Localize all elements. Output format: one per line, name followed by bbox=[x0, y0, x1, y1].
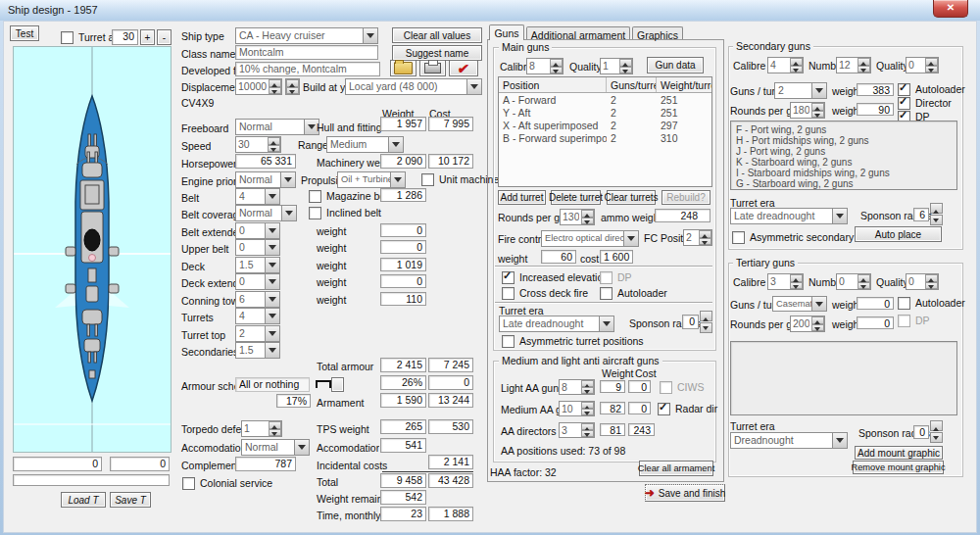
spinner-arrows-icon[interactable] bbox=[790, 58, 803, 73]
turret-row[interactable]: Y - Aft2251 bbox=[499, 106, 711, 119]
arc-angle-input[interactable]: 30 bbox=[112, 29, 138, 45]
displacement-spinner[interactable]: 10000 bbox=[235, 78, 282, 95]
tg-rounds-spinner[interactable]: 200 bbox=[790, 316, 825, 332]
sg-quality-spinner[interactable]: 0 bbox=[906, 57, 939, 73]
sg-sponson-spinner[interactable] bbox=[930, 203, 943, 226]
clear-turrets-button[interactable]: Clear turrets bbox=[607, 190, 656, 205]
spinner-arrows-icon[interactable] bbox=[858, 58, 870, 73]
magazine-box-checkbox[interactable]: Magazine box bbox=[309, 190, 390, 203]
mount-item[interactable]: K - Starboard wing, 2 guns bbox=[736, 157, 952, 168]
cross-deck-fire-checkbox[interactable]: Cross deck fire bbox=[502, 287, 588, 300]
mg-calibre-spinner[interactable]: 8 bbox=[526, 58, 564, 74]
belt-extended-select[interactable]: 0 bbox=[235, 222, 280, 239]
fire-control-select[interactable]: Electro optical director bbox=[541, 230, 639, 247]
mount-item[interactable]: I - Starboard midships wing, 2 guns bbox=[736, 168, 952, 178]
spinner-arrows-icon[interactable] bbox=[550, 59, 563, 73]
spinner-arrows-icon[interactable] bbox=[699, 230, 711, 245]
secondary-mounts-list[interactable]: F - Port wing, 2 guns H - Port midships … bbox=[730, 121, 957, 190]
ship-top-view[interactable] bbox=[13, 46, 172, 453]
inclined-belt-checkbox[interactable]: Inclined belt bbox=[309, 207, 381, 219]
chevron-down-icon[interactable] bbox=[265, 274, 279, 289]
chevron-down-icon[interactable] bbox=[466, 79, 481, 94]
spinner-arrows-icon[interactable] bbox=[790, 274, 803, 289]
spinner-arrows-icon[interactable] bbox=[581, 423, 594, 437]
chevron-down-icon[interactable] bbox=[265, 292, 279, 307]
mount-item[interactable]: F - Port wing, 2 guns bbox=[736, 124, 952, 135]
tg-turret-era-select[interactable]: Dreadnought bbox=[730, 432, 848, 449]
tertiary-mounts-list[interactable] bbox=[730, 341, 957, 415]
turret-row[interactable]: A - Forward2251 bbox=[499, 93, 711, 106]
spinner-arrows-icon[interactable] bbox=[581, 402, 594, 415]
open-button[interactable] bbox=[390, 60, 416, 76]
propulsion-select[interactable]: Oil + Turbine bbox=[337, 171, 406, 188]
spinner-arrows-icon[interactable] bbox=[269, 79, 281, 94]
chevron-down-icon[interactable] bbox=[832, 433, 847, 448]
tg-sponson-spinner[interactable] bbox=[930, 420, 943, 444]
tab-additional-armament[interactable]: Additional armament bbox=[526, 26, 630, 39]
chevron-down-icon[interactable] bbox=[281, 206, 296, 220]
deck-select[interactable]: 1.5 bbox=[235, 257, 280, 273]
light-aa-spinner[interactable]: 8 bbox=[559, 379, 595, 395]
auto-place-button[interactable]: Auto place bbox=[855, 226, 942, 242]
gun-data-button[interactable]: Gun data bbox=[647, 57, 704, 73]
increased-elevation-checkbox[interactable]: ✓Increased elevation bbox=[502, 271, 609, 284]
titlebar[interactable]: Ship design - 1957 ✕ bbox=[0, 0, 980, 21]
radar-dir-checkbox[interactable]: ✓Radar dir bbox=[658, 403, 717, 415]
clear-all-values-button[interactable]: Clear all values bbox=[392, 27, 482, 43]
chevron-down-icon[interactable] bbox=[623, 231, 638, 246]
chevron-down-icon[interactable] bbox=[265, 223, 279, 238]
mount-item[interactable]: J - Port wing, 2 guns bbox=[736, 146, 952, 157]
belt-select[interactable]: 4 bbox=[235, 188, 280, 205]
sg-autoloader-checkbox[interactable]: ✓Autoloader bbox=[898, 83, 965, 96]
tg-number-spinner[interactable]: 0 bbox=[836, 273, 871, 290]
suggest-name-button[interactable]: Suggest name bbox=[392, 45, 482, 61]
chevron-down-icon[interactable] bbox=[832, 209, 847, 223]
spinner-arrows-icon[interactable] bbox=[925, 58, 938, 73]
chevron-down-icon[interactable] bbox=[390, 172, 405, 187]
mg-turret-era-select[interactable]: Late dreadnought bbox=[499, 316, 614, 332]
turret-row[interactable]: X - Aft superimposed2297 bbox=[499, 119, 711, 131]
chevron-down-icon[interactable] bbox=[265, 189, 279, 204]
spinner-arrows-icon[interactable] bbox=[286, 79, 299, 94]
asymmetric-turrets-checkbox[interactable]: Asymmetric turret positions bbox=[502, 335, 644, 348]
chevron-down-icon[interactable] bbox=[811, 83, 826, 98]
chevron-down-icon[interactable] bbox=[294, 440, 309, 455]
deck-extended-select[interactable]: 0 bbox=[235, 273, 280, 290]
chevron-down-icon[interactable] bbox=[265, 326, 279, 341]
tg-guns-turret-select[interactable]: Casemat bbox=[772, 296, 827, 312]
delete-turret-button[interactable]: Delete turret bbox=[551, 190, 601, 205]
sg-rounds-spinner[interactable]: 180 bbox=[790, 102, 825, 119]
chevron-down-icon[interactable] bbox=[280, 172, 295, 187]
chevron-down-icon[interactable] bbox=[811, 297, 826, 311]
sg-turret-era-select[interactable]: Late dreadnought bbox=[730, 208, 848, 224]
sg-number-spinner[interactable]: 12 bbox=[836, 57, 871, 73]
save-and-finish-button[interactable]: ➜Save and finish bbox=[645, 484, 725, 502]
tg-quality-spinner[interactable]: 0 bbox=[906, 273, 939, 290]
mg-sponson-spinner[interactable] bbox=[700, 311, 712, 334]
tg-autoloader-checkbox[interactable]: Autoloader bbox=[898, 297, 965, 310]
colonial-service-checkbox[interactable]: Colonial service bbox=[182, 477, 272, 490]
engine-priority-select[interactable]: Normal bbox=[235, 171, 296, 188]
speed-spinner[interactable]: 30 bbox=[235, 136, 281, 153]
upper-belt-select[interactable]: 0 bbox=[235, 239, 280, 256]
chevron-down-icon[interactable] bbox=[265, 343, 279, 358]
spinner-arrows-icon[interactable] bbox=[581, 210, 594, 224]
freeboard-select[interactable]: Normal bbox=[235, 119, 319, 135]
ship-type-select[interactable]: CA - Heavy cruiser bbox=[235, 27, 378, 44]
belt-coverage-select[interactable]: Normal bbox=[235, 205, 297, 221]
range-select[interactable]: Medium bbox=[326, 136, 404, 153]
test-button[interactable]: Test bbox=[10, 25, 39, 41]
arc-minus-button[interactable]: - bbox=[157, 29, 172, 45]
spinner-arrows-icon[interactable] bbox=[619, 59, 632, 73]
chevron-down-icon[interactable] bbox=[363, 28, 377, 43]
spinner-arrows-icon[interactable] bbox=[581, 380, 594, 394]
spinner-arrows-icon[interactable] bbox=[811, 103, 824, 118]
add-mount-graphic-button[interactable]: Add mount graphic bbox=[855, 446, 943, 460]
medium-aa-spinner[interactable]: 10 bbox=[559, 401, 595, 416]
torpedo-defence-spinner[interactable]: 1 bbox=[241, 420, 282, 437]
sg-calibre-spinner[interactable]: 4 bbox=[767, 57, 804, 73]
developed-from-input[interactable]: 10% change, Montcalm bbox=[235, 62, 380, 76]
chevron-down-icon[interactable] bbox=[265, 309, 279, 323]
chevron-down-icon[interactable] bbox=[265, 240, 279, 255]
print-button[interactable] bbox=[419, 60, 446, 76]
